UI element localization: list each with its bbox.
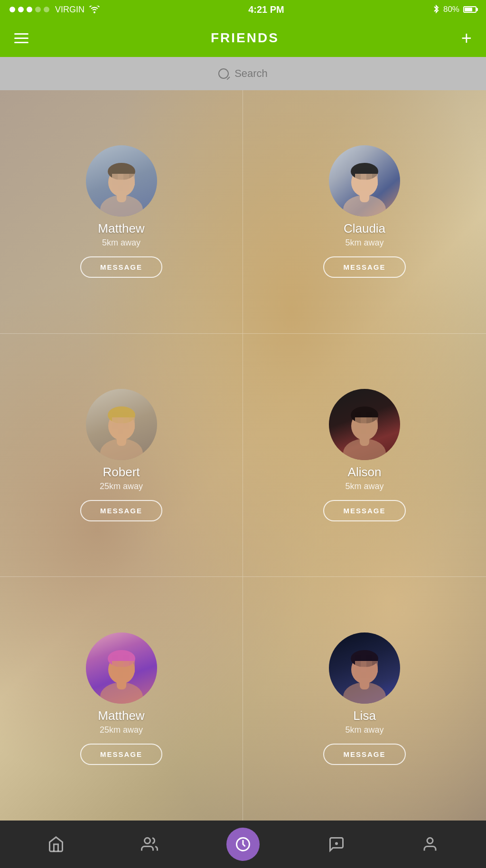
svg-rect-63 (366, 417, 372, 423)
svg-rect-61 (355, 417, 361, 423)
svg-rect-97 (355, 661, 361, 667)
search-icon (218, 68, 229, 79)
svg-rect-98 (361, 661, 366, 667)
svg-rect-105 (355, 672, 361, 678)
svg-rect-27 (366, 174, 372, 179)
svg-rect-82 (129, 661, 135, 667)
svg-rect-14 (129, 179, 135, 185)
friend-cell-robert-2: Robert 25km away MESSAGE (0, 334, 243, 577)
avatar-image-2 (86, 389, 157, 460)
svg-rect-50 (129, 423, 135, 429)
message-button-1[interactable]: MESSAGE (323, 256, 405, 278)
svg-point-108 (145, 838, 150, 844)
friend-cell-lisa-5: Lisa 5km away MESSAGE (243, 577, 486, 821)
friend-cell-claudia-1: Claudia 5km away MESSAGE (243, 90, 486, 334)
nav-item-activity[interactable] (196, 828, 290, 861)
signal-dot-3 (27, 7, 32, 12)
avatar-image-0 (86, 145, 157, 217)
svg-rect-104 (372, 667, 378, 672)
svg-rect-13 (123, 179, 129, 185)
svg-rect-52 (118, 429, 123, 434)
nav-item-home[interactable] (9, 836, 103, 853)
bottom-navigation (0, 821, 486, 868)
svg-rect-107 (366, 672, 372, 678)
status-bar: VIRGIN 4:21 PM 80% (0, 0, 486, 19)
friend-cell-matthew-4: Matthew 25km away MESSAGE (0, 577, 243, 821)
svg-rect-100 (372, 661, 378, 667)
svg-rect-71 (366, 429, 372, 434)
friend-cell-matthew-0: Matthew 5km away MESSAGE (0, 90, 243, 334)
message-button-0[interactable]: MESSAGE (80, 256, 162, 278)
svg-rect-4 (112, 168, 118, 174)
avatar-image-1 (329, 145, 400, 217)
svg-rect-47 (112, 423, 118, 429)
menu-button[interactable] (14, 33, 28, 43)
avatar-0 (86, 145, 157, 217)
svg-rect-60 (366, 412, 372, 417)
hamburger-line-2 (14, 38, 28, 39)
friend-distance-0: 5km away (102, 238, 140, 248)
svg-rect-32 (372, 179, 378, 185)
friends-grid: Matthew 5km away MESSAGE (0, 90, 486, 821)
svg-rect-64 (372, 417, 378, 423)
svg-rect-30 (361, 179, 366, 185)
svg-rect-102 (361, 667, 366, 672)
svg-rect-106 (361, 672, 366, 678)
avatar-2 (86, 389, 157, 460)
friend-cell-alison-3: Alison 5km away MESSAGE (243, 334, 486, 577)
svg-rect-16 (118, 185, 123, 191)
friend-name-3: Alison (348, 465, 382, 480)
avatar-5 (329, 632, 400, 704)
svg-rect-25 (355, 174, 361, 179)
message-button-3[interactable]: MESSAGE (323, 500, 405, 521)
svg-rect-11 (112, 179, 118, 185)
svg-rect-31 (366, 179, 372, 185)
svg-rect-23 (361, 168, 366, 174)
friend-name-0: Matthew (98, 221, 144, 236)
messages-icon (328, 836, 345, 853)
svg-rect-96 (366, 655, 372, 661)
svg-rect-28 (372, 174, 378, 179)
svg-rect-41 (118, 412, 123, 417)
friend-name-4: Matthew (98, 708, 144, 723)
svg-rect-99 (366, 661, 372, 667)
carrier-name: VIRGIN (55, 5, 84, 15)
nav-item-profile[interactable] (383, 836, 477, 853)
avatar-image-3 (329, 389, 400, 460)
avatar-3 (329, 389, 400, 460)
signal-dot-1 (9, 7, 15, 12)
svg-rect-9 (123, 174, 129, 179)
svg-rect-78 (123, 655, 129, 661)
activity-icon (234, 836, 252, 853)
wifi-icon (89, 6, 100, 13)
signal-dot-5 (44, 7, 49, 12)
message-button-4[interactable]: MESSAGE (80, 744, 162, 765)
svg-rect-15 (112, 185, 118, 191)
nav-item-friends[interactable] (103, 836, 196, 853)
add-button[interactable]: + (461, 28, 472, 48)
message-button-5[interactable]: MESSAGE (323, 744, 405, 765)
svg-rect-26 (361, 174, 366, 179)
nav-item-messages[interactable] (290, 836, 383, 853)
home-icon (47, 836, 65, 853)
svg-rect-8 (118, 174, 123, 179)
svg-rect-33 (355, 185, 361, 191)
svg-rect-76 (112, 655, 118, 661)
svg-rect-85 (123, 667, 129, 672)
svg-rect-10 (129, 174, 135, 179)
svg-rect-7 (112, 174, 118, 179)
search-bar[interactable]: Search (0, 57, 486, 90)
svg-rect-59 (361, 412, 366, 417)
message-button-2[interactable]: MESSAGE (80, 500, 162, 521)
svg-rect-34 (361, 185, 366, 191)
friend-name-1: Claudia (344, 221, 385, 236)
svg-point-112 (427, 838, 433, 844)
content-area: Matthew 5km away MESSAGE (0, 90, 486, 821)
svg-rect-83 (112, 667, 118, 672)
svg-rect-62 (361, 417, 366, 423)
svg-rect-24 (366, 168, 372, 174)
header: FRIENDS + (0, 19, 486, 57)
svg-rect-86 (129, 667, 135, 672)
hamburger-line-1 (14, 33, 28, 35)
activity-button-active[interactable] (226, 828, 260, 861)
